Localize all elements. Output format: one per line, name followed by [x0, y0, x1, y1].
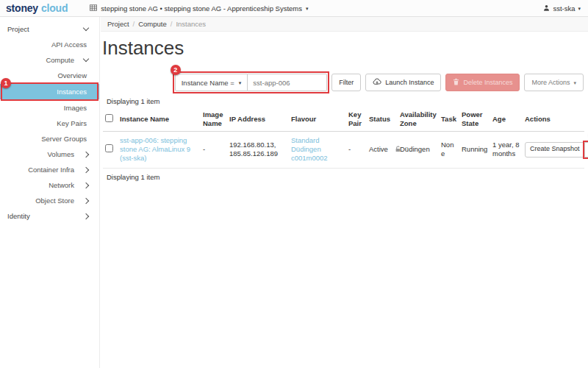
breadcrumb-separator: / — [133, 20, 135, 28]
select-all-checkbox[interactable] — [105, 114, 113, 122]
brand-primary: stoney — [6, 2, 38, 14]
col-flavour[interactable]: Flavour — [289, 107, 346, 131]
sidebar-item-volumes[interactable]: Volumes — [0, 146, 99, 162]
instances-table-wrap: Instance Name Image Name IP Address Flav… — [103, 107, 584, 181]
row-checkbox[interactable] — [105, 144, 113, 152]
caret-down-icon: ▾ — [578, 6, 581, 11]
col-instance-name[interactable]: Instance Name — [118, 107, 201, 131]
chevron-down-icon — [83, 25, 89, 31]
user-icon — [543, 4, 550, 13]
sidebar-item-label: Instances — [57, 84, 87, 99]
col-task[interactable]: Task — [439, 107, 459, 131]
sidebar-item-label: Images — [64, 100, 87, 116]
filter-field-label: Instance Name = — [182, 79, 234, 87]
row-action-split-button: Create Snapshot ▾ 3 — [525, 142, 588, 158]
sidebar-nav: Project API Access Compute Overview Inst… — [0, 17, 100, 368]
context-label: stepping stone AG • stepping stone AG - … — [101, 4, 302, 13]
user-menu[interactable]: sst-ska ▾ — [543, 4, 581, 13]
breadcrumb-separator: / — [171, 20, 173, 28]
sidebar-item-label: Compute — [46, 52, 74, 68]
sidebar-item-label: Key Pairs — [57, 116, 87, 131]
col-image-name[interactable]: Image Name — [201, 107, 227, 131]
sidebar-item-label: Volumes — [48, 146, 74, 162]
annotation-step-2: 2 — [171, 65, 181, 75]
filter-search-input[interactable] — [248, 74, 327, 91]
page-title: Instances — [102, 37, 184, 60]
image-name-cell: - — [201, 131, 227, 168]
caret-down-icon: ▾ — [306, 6, 309, 11]
breadcrumb-instances: Instances — [176, 20, 206, 28]
flavour-link[interactable]: Standard Düdingen c001m0002 — [291, 136, 328, 163]
sidebar-item-overview[interactable]: Overview — [0, 68, 99, 83]
launch-instance-label: Launch Instance — [385, 79, 434, 86]
sidebar-item-images[interactable]: Images — [0, 100, 99, 116]
sidebar-item-label: Project — [7, 21, 29, 37]
table-row: sst-app-006: stepping stone AG: AlmaLinu… — [103, 131, 584, 168]
availability-zone-cell: Düdingen — [398, 131, 439, 168]
sidebar-item-server-groups[interactable]: Server Groups — [0, 131, 99, 146]
trash-icon — [453, 78, 459, 87]
chevron-down-icon — [83, 56, 89, 62]
col-key-pair[interactable]: Key Pair — [346, 107, 367, 131]
chevron-right-icon — [83, 166, 89, 172]
sidebar-item-identity[interactable]: Identity — [0, 208, 99, 224]
chevron-right-icon — [83, 197, 89, 203]
breadcrumb-compute[interactable]: Compute — [138, 20, 167, 28]
user-label: sst-ska — [553, 4, 575, 13]
instances-table: Instance Name Image Name IP Address Flav… — [103, 107, 584, 169]
filter-group: Instance Name = ▾ 2 — [175, 74, 328, 91]
col-power-state[interactable]: Power State — [459, 107, 490, 131]
col-actions: Actions — [523, 107, 584, 131]
sidebar-item-object-store[interactable]: Object Store — [0, 193, 99, 208]
sidebar-item-container-infra[interactable]: Container Infra — [0, 162, 99, 177]
col-availability-zone[interactable]: Availability Zone — [398, 107, 439, 131]
sidebar-item-label: Overview — [57, 68, 87, 83]
breadcrumb: Project / Compute / Instances — [101, 17, 588, 32]
instance-name-link[interactable]: sst-app-006: stepping stone AG: AlmaLinu… — [120, 136, 190, 163]
caret-down-icon: ▾ — [573, 80, 576, 85]
brand-secondary: cloud — [41, 2, 68, 14]
ip-address-cell: 192.168.80.13, 185.85.126.189 — [227, 131, 289, 168]
brand-logo[interactable]: stoneycloud — [6, 2, 68, 14]
project-context-switcher[interactable]: stepping stone AG • stepping stone AG - … — [90, 4, 308, 13]
sidebar-item-network[interactable]: Network — [0, 177, 99, 193]
sidebar-item-project[interactable]: Project — [0, 21, 99, 37]
sidebar-item-label: Identity — [7, 208, 30, 224]
sidebar-item-key-pairs[interactable]: Key Pairs — [0, 116, 99, 131]
annotation-step-1: 1 — [1, 78, 11, 88]
sidebar-item-label: Container Infra — [28, 162, 74, 177]
sidebar-item-label: Server Groups — [41, 131, 87, 146]
age-cell: 1 year, 8 months — [490, 131, 523, 168]
sidebar-item-label: Network — [49, 177, 74, 193]
col-age[interactable]: Age — [490, 107, 523, 131]
more-actions-label: More Actions — [531, 79, 570, 86]
more-actions-button[interactable]: More Actions ▾ — [524, 74, 584, 91]
delete-instances-label: Delete Instances — [463, 79, 512, 86]
filter-button[interactable]: Filter — [331, 74, 361, 91]
filter-field-selector[interactable]: Instance Name = ▾ — [175, 74, 248, 91]
top-navbar: stoneycloud stepping stone AG • stepping… — [0, 0, 588, 17]
key-pair-cell: - — [346, 131, 367, 168]
chevron-right-icon — [83, 182, 89, 188]
item-count-top: Displaying 1 item — [107, 97, 159, 105]
cloud-upload-icon — [373, 78, 381, 87]
grid-icon — [90, 4, 97, 13]
launch-instance-button[interactable]: Launch Instance — [365, 74, 441, 91]
chevron-right-icon — [83, 151, 89, 157]
sidebar-item-label: Object Store — [35, 193, 74, 208]
power-state-cell: Running — [459, 131, 490, 168]
col-ip-address[interactable]: IP Address — [227, 107, 289, 131]
sidebar-item-instances[interactable]: Instances 1 — [0, 84, 99, 99]
col-status[interactable]: Status — [367, 107, 398, 131]
row-actions-dropdown-toggle[interactable]: ▾ — [584, 142, 588, 158]
sidebar-item-label: API Access — [51, 37, 87, 52]
status-label: Active — [369, 145, 388, 153]
status-cell: Active — [367, 131, 398, 168]
delete-instances-button[interactable]: Delete Instances — [445, 74, 520, 91]
breadcrumb-project[interactable]: Project — [107, 20, 129, 28]
create-snapshot-button[interactable]: Create Snapshot — [525, 142, 585, 158]
app-window: stoneycloud stepping stone AG • stepping… — [0, 0, 588, 368]
sidebar-item-api-access[interactable]: API Access — [0, 37, 99, 52]
table-toolbar: Instance Name = ▾ 2 Filter Launch Instan… — [175, 74, 584, 91]
sidebar-item-compute[interactable]: Compute — [0, 52, 99, 68]
